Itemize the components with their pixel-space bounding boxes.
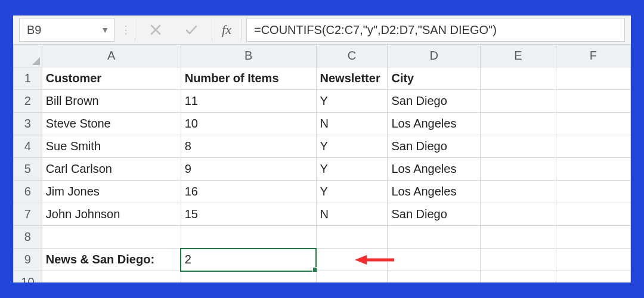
row-header[interactable]: 1 bbox=[14, 67, 42, 90]
cell[interactable] bbox=[480, 181, 556, 203]
cell[interactable]: 11 bbox=[181, 90, 316, 113]
column-header-b[interactable]: B bbox=[181, 45, 316, 67]
cell[interactable] bbox=[556, 249, 630, 271]
cell[interactable]: Y bbox=[316, 158, 388, 181]
cell[interactable]: N bbox=[316, 203, 388, 226]
cell[interactable]: Newsletter bbox=[316, 67, 388, 90]
cell[interactable]: N bbox=[316, 113, 388, 135]
cell[interactable]: 9 bbox=[181, 158, 316, 181]
cell[interactable]: San Diego bbox=[388, 203, 480, 226]
row-header[interactable]: 4 bbox=[14, 135, 42, 158]
cell[interactable] bbox=[480, 113, 556, 135]
cell-value: 16 bbox=[185, 185, 198, 198]
cell[interactable]: Y bbox=[316, 90, 388, 113]
cell[interactable]: Los Angeles bbox=[388, 113, 480, 135]
cell[interactable]: John Johnson bbox=[42, 203, 181, 226]
cell[interactable]: Sue Smith bbox=[42, 135, 181, 158]
cell[interactable] bbox=[556, 203, 630, 226]
cell[interactable] bbox=[181, 226, 316, 249]
row-header[interactable]: 3 bbox=[14, 113, 42, 135]
cell[interactable]: Number of Items bbox=[181, 67, 316, 90]
cell[interactable] bbox=[480, 249, 556, 271]
row-header[interactable]: 2 bbox=[14, 90, 42, 113]
formula-input-value: =COUNTIFS(C2:C7,"y",D2:D7,"SAN DIEGO") bbox=[254, 23, 497, 37]
cell[interactable]: 2 bbox=[181, 249, 316, 271]
column-header-a[interactable]: A bbox=[42, 45, 181, 67]
cell[interactable]: Steve Stone bbox=[42, 113, 181, 135]
cell[interactable]: 10 bbox=[181, 113, 316, 135]
cell[interactable]: Carl Carlson bbox=[42, 158, 181, 181]
insert-function-button[interactable]: fx bbox=[215, 15, 239, 44]
cell[interactable] bbox=[480, 67, 556, 90]
cell[interactable] bbox=[556, 67, 630, 90]
column-header-f[interactable]: F bbox=[556, 45, 630, 67]
cell[interactable] bbox=[316, 226, 388, 249]
cell[interactable]: 15 bbox=[181, 203, 316, 226]
cell[interactable]: 8 bbox=[181, 135, 316, 158]
cell[interactable] bbox=[556, 271, 630, 283]
column-header-e[interactable]: E bbox=[480, 45, 556, 67]
cell-value: 2 bbox=[185, 253, 191, 266]
cell[interactable]: Los Angeles bbox=[388, 158, 480, 181]
cell[interactable] bbox=[480, 158, 556, 181]
cell-value: Carl Carlson bbox=[46, 162, 112, 175]
column-header-c[interactable]: C bbox=[316, 45, 388, 67]
cell-value: Number of Items bbox=[185, 72, 279, 85]
cell[interactable] bbox=[316, 249, 388, 271]
cancel-button[interactable] bbox=[138, 15, 174, 44]
row-header[interactable]: 5 bbox=[14, 158, 42, 181]
cell[interactable] bbox=[480, 135, 556, 158]
cell[interactable]: 16 bbox=[181, 181, 316, 203]
cell[interactable] bbox=[388, 249, 480, 271]
cell[interactable]: Jim Jones bbox=[42, 181, 181, 203]
cell[interactable] bbox=[556, 158, 630, 181]
cell[interactable]: San Diego bbox=[388, 90, 480, 113]
cell-value: N bbox=[320, 117, 329, 130]
cell-value: Bill Brown bbox=[46, 94, 99, 107]
cell-value: Y bbox=[320, 139, 328, 153]
enter-button[interactable] bbox=[174, 15, 209, 44]
cell[interactable] bbox=[42, 226, 181, 249]
cell[interactable] bbox=[480, 90, 556, 113]
column-header-d[interactable]: D bbox=[388, 45, 480, 67]
select-all-corner[interactable] bbox=[14, 45, 42, 67]
worksheet-grid[interactable]: A B C D E F 1CustomerNumber of ItemsNews… bbox=[13, 44, 631, 283]
cell[interactable] bbox=[388, 226, 480, 249]
cell[interactable] bbox=[480, 203, 556, 226]
cell[interactable] bbox=[42, 271, 181, 283]
cell[interactable]: Bill Brown bbox=[42, 90, 181, 113]
cell[interactable] bbox=[181, 271, 316, 283]
cell[interactable] bbox=[556, 181, 630, 203]
arrow-icon bbox=[354, 254, 395, 266]
cell[interactable] bbox=[556, 226, 630, 249]
cell[interactable]: San Diego bbox=[388, 135, 480, 158]
cell-value: 15 bbox=[185, 207, 198, 221]
cell[interactable]: Los Angeles bbox=[388, 181, 480, 203]
cell-value: Los Angeles bbox=[391, 185, 456, 198]
row-header[interactable]: 9 bbox=[14, 249, 42, 271]
cell[interactable] bbox=[316, 271, 388, 283]
divider bbox=[212, 19, 212, 41]
cell-value: Los Angeles bbox=[391, 162, 456, 175]
cell[interactable] bbox=[556, 135, 630, 158]
cell-value: Y bbox=[320, 185, 328, 198]
cell[interactable]: Customer bbox=[42, 67, 181, 90]
name-box[interactable]: B9 ▼ bbox=[19, 18, 114, 42]
row-header[interactable]: 6 bbox=[14, 181, 42, 203]
row-header[interactable]: 8 bbox=[14, 226, 42, 249]
cell[interactable]: Y bbox=[316, 181, 388, 203]
cell[interactable] bbox=[480, 226, 556, 249]
cell[interactable] bbox=[556, 90, 630, 113]
cell-value: Y bbox=[320, 162, 328, 175]
cell[interactable]: City bbox=[388, 67, 480, 90]
cell[interactable]: News & San Diego: bbox=[42, 249, 181, 271]
cell[interactable] bbox=[556, 113, 630, 135]
row-header[interactable]: 10 bbox=[14, 271, 42, 283]
row-header[interactable]: 7 bbox=[14, 203, 42, 226]
cell[interactable] bbox=[480, 271, 556, 283]
cell[interactable] bbox=[388, 271, 480, 283]
formula-input[interactable]: =COUNTIFS(C2:C7,"y",D2:D7,"SAN DIEGO") bbox=[246, 18, 625, 42]
chevron-down-icon[interactable]: ▼ bbox=[101, 25, 109, 35]
drag-handle-icon[interactable]: ⋮ bbox=[119, 15, 132, 44]
cell[interactable]: Y bbox=[316, 135, 388, 158]
